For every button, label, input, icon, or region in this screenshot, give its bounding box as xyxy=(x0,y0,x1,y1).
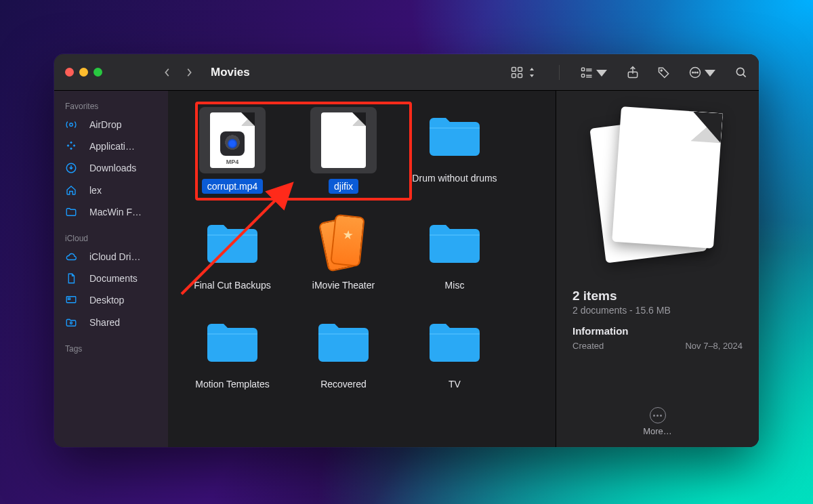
folder-item-tv[interactable]: TV xyxy=(404,313,505,392)
maximize-button[interactable] xyxy=(93,68,102,77)
folder-icon xyxy=(314,313,373,371)
preview-created-row: Created Nov 7–8, 2024 xyxy=(572,341,743,351)
preview-thumbnail-stack xyxy=(593,106,722,275)
folder-icon xyxy=(425,107,484,165)
toolbar-separator xyxy=(559,65,560,80)
file-label: djifix xyxy=(329,179,358,194)
file-label: Final Cut Backups xyxy=(188,278,276,293)
airdrop-icon xyxy=(65,119,77,131)
sidebar-item-downloads[interactable]: Downloads xyxy=(54,157,168,179)
preview-more-button[interactable]: More… xyxy=(643,407,672,439)
file-grid-area[interactable]: MP4 corrupt.mp4 djifix Drum without drum… xyxy=(168,91,556,447)
file-label: Motion Templates xyxy=(190,377,274,392)
file-label: Drum without drums xyxy=(406,171,502,186)
folder-icon xyxy=(425,214,484,272)
folder-icon xyxy=(425,313,484,371)
svg-rect-1 xyxy=(518,67,522,71)
folder-icon xyxy=(203,214,262,272)
minimize-button[interactable] xyxy=(79,68,88,77)
svg-line-17 xyxy=(743,74,746,77)
folder-item-fcp-backups[interactable]: Final Cut Backups xyxy=(182,214,283,293)
sidebar-item-macwin[interactable]: MacWin F… xyxy=(54,201,168,223)
sidebar-item-airdrop[interactable]: AirDrop xyxy=(54,114,168,135)
sidebar-section-icloud: iCloud xyxy=(54,230,168,246)
svg-rect-0 xyxy=(512,67,516,71)
ellipsis-circle-icon xyxy=(650,407,666,423)
view-icons-button[interactable] xyxy=(510,66,539,79)
folder-icon xyxy=(203,313,262,371)
svg-rect-4 xyxy=(582,68,585,70)
sidebar-item-applications[interactable]: Applicati… xyxy=(54,135,168,157)
folder-icon xyxy=(65,206,77,218)
forward-button[interactable] xyxy=(180,63,199,82)
quicktime-icon xyxy=(220,131,245,156)
file-label: corrupt.mp4 xyxy=(202,179,264,194)
svg-point-11 xyxy=(661,70,662,71)
file-item-djifix[interactable]: djifix xyxy=(293,107,394,194)
sidebar-item-icloud-drive[interactable]: iCloud Dri… xyxy=(54,246,168,268)
shared-icon xyxy=(65,316,77,329)
share-button[interactable] xyxy=(626,66,640,79)
sidebar-item-home[interactable]: lex xyxy=(54,180,168,201)
file-label: TV xyxy=(443,377,466,392)
back-button[interactable] xyxy=(158,63,177,82)
file-label: Misc xyxy=(440,278,470,293)
file-label: iMovie Theater xyxy=(307,278,380,293)
sidebar-item-shared[interactable]: Shared xyxy=(54,312,168,333)
folder-item-recovered[interactable]: Recovered xyxy=(293,313,394,392)
svg-point-15 xyxy=(697,72,699,73)
document-icon xyxy=(65,272,77,285)
imovie-theater-icon xyxy=(314,214,373,272)
svg-point-22 xyxy=(70,322,72,324)
preview-title: 2 items xyxy=(572,289,743,303)
close-button[interactable] xyxy=(65,68,74,77)
finder-window: Movies xyxy=(54,54,759,447)
svg-point-13 xyxy=(692,72,694,73)
folder-item-misc[interactable]: Misc xyxy=(404,214,505,293)
svg-point-18 xyxy=(70,123,73,127)
applications-icon xyxy=(65,140,77,152)
desktop-icon xyxy=(65,294,77,306)
sidebar-section-favorites: Favorites xyxy=(54,98,168,114)
preview-info-heading: Information xyxy=(572,325,743,337)
cloud-icon xyxy=(65,251,77,263)
svg-rect-21 xyxy=(68,298,70,299)
file-label: Recovered xyxy=(315,377,372,392)
group-by-button[interactable] xyxy=(580,66,608,79)
svg-point-14 xyxy=(694,72,696,73)
svg-point-16 xyxy=(736,68,744,75)
file-item-corrupt-mp4[interactable]: MP4 corrupt.mp4 xyxy=(182,107,283,194)
window-title: Movies xyxy=(211,66,250,79)
tags-button[interactable] xyxy=(657,66,671,79)
svg-rect-5 xyxy=(582,74,585,77)
svg-rect-3 xyxy=(518,73,522,77)
titlebar: Movies xyxy=(54,54,759,91)
sidebar: Favorites AirDrop Applicati… Downloads l… xyxy=(54,91,168,447)
home-icon xyxy=(65,184,77,196)
svg-rect-2 xyxy=(512,73,516,77)
sidebar-item-desktop[interactable]: Desktop xyxy=(54,289,168,311)
folder-item-drum[interactable]: Drum without drums xyxy=(404,107,505,194)
preview-subtitle: 2 documents - 15.6 MB xyxy=(572,305,743,316)
sidebar-item-documents[interactable]: Documents xyxy=(54,268,168,289)
sidebar-section-tags: Tags xyxy=(54,340,168,356)
preview-pane: 2 items 2 documents - 15.6 MB Informatio… xyxy=(556,91,759,447)
folder-item-motion-templates[interactable]: Motion Templates xyxy=(182,313,283,392)
actions-button[interactable] xyxy=(688,66,717,79)
traffic-lights xyxy=(65,68,102,77)
downloads-icon xyxy=(65,162,77,174)
folder-item-imovie-theater[interactable]: iMovie Theater xyxy=(293,214,394,293)
search-button[interactable] xyxy=(734,66,748,79)
